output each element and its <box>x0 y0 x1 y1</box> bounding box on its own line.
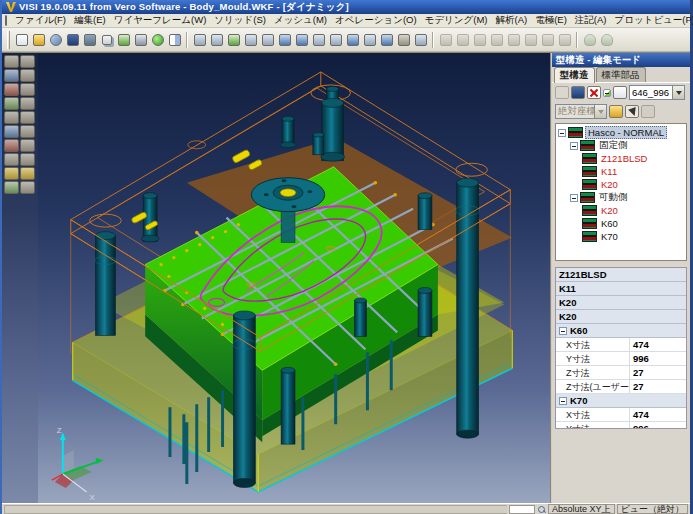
zoom-window-icon[interactable] <box>437 31 454 48</box>
property-value[interactable]: 996 <box>630 422 686 429</box>
menu-analysis[interactable]: 解析(A) <box>491 14 531 27</box>
menu-file[interactable]: ファイル(F) <box>11 14 70 27</box>
view-next-icon[interactable] <box>556 31 573 48</box>
paste-icon[interactable] <box>115 31 132 48</box>
collapse-icon[interactable] <box>570 142 578 150</box>
prop-group-header[interactable]: K20 <box>556 296 686 310</box>
menu-annotation[interactable]: 注記(A) <box>571 14 611 27</box>
property-value[interactable]: 27 <box>630 380 686 393</box>
tree-node-k60[interactable]: K60 <box>558 217 686 230</box>
filter-arc-icon[interactable] <box>225 31 242 48</box>
tab-standard-parts[interactable]: 標準部品 <box>596 67 646 82</box>
stretch-tool-icon[interactable] <box>4 69 19 82</box>
open-catalog-icon[interactable] <box>609 105 623 118</box>
pick-cursor-icon[interactable] <box>625 105 639 118</box>
trim-tool-icon[interactable] <box>20 69 35 82</box>
collapse-icon[interactable] <box>558 129 566 137</box>
filter-solid-icon[interactable] <box>293 31 310 48</box>
filter-all-icon[interactable] <box>412 31 429 48</box>
filter-surface-icon[interactable] <box>276 31 293 48</box>
open-folder-icon[interactable] <box>30 31 47 48</box>
delete-tool-icon[interactable] <box>20 55 35 68</box>
collapse-icon[interactable] <box>559 327 567 335</box>
menu-modeling[interactable]: モデリング(M) <box>421 14 492 27</box>
toolbar-drag-handle[interactable] <box>7 31 10 49</box>
viewport-3d[interactable]: Z X <box>38 53 550 503</box>
menu-wireframe[interactable]: ワイヤーフレーム(W) <box>110 14 211 27</box>
magnifier-icon[interactable] <box>537 505 546 514</box>
menu-solid[interactable]: ソリッド(S) <box>210 14 270 27</box>
tree-node-k20-movable[interactable]: K20 <box>558 204 686 217</box>
place-component-icon[interactable] <box>641 105 655 118</box>
number-edit-tool-icon[interactable] <box>4 139 19 152</box>
zoom-out-icon[interactable] <box>471 31 488 48</box>
export-structure-icon[interactable] <box>603 89 611 97</box>
mirror-tool-icon[interactable] <box>20 125 35 138</box>
print-icon[interactable] <box>132 31 149 48</box>
save-as-icon[interactable] <box>81 31 98 48</box>
tree-node-z121blsd[interactable]: Z121BLSD <box>558 152 686 165</box>
menu-operation[interactable]: オペレーション(O) <box>331 14 421 27</box>
corner-tool-icon[interactable] <box>20 139 35 152</box>
filter-edge-icon[interactable] <box>344 31 361 48</box>
extend-tool-icon[interactable] <box>20 83 35 96</box>
rotate-entity-tool-icon[interactable] <box>4 125 19 138</box>
workplane-mode-button[interactable]: Absolute XY上 <box>548 504 615 514</box>
property-value[interactable]: 27 <box>630 366 686 379</box>
filter-body-icon[interactable] <box>310 31 327 48</box>
prop-group-header-k70[interactable]: K70 <box>556 394 686 408</box>
small-tool-icon[interactable] <box>20 153 35 166</box>
filter-point-icon[interactable] <box>191 31 208 48</box>
catalog-combobox[interactable]: 646_996 <box>629 85 685 100</box>
menu-plotview[interactable]: プロットビュー(P) <box>610 14 693 27</box>
tree-node-k20-fixed[interactable]: K20 <box>558 178 686 191</box>
collapse-icon[interactable] <box>559 397 567 405</box>
pan-icon[interactable] <box>505 31 522 48</box>
filter-circle-icon[interactable] <box>242 31 259 48</box>
new-structure-icon[interactable] <box>613 86 627 99</box>
select-tool-icon[interactable] <box>4 55 19 68</box>
prop-group-header[interactable]: K20 <box>556 310 686 324</box>
view-mode-button[interactable]: ビュー（絶対） <box>617 504 688 514</box>
panel-title[interactable]: 型構造 - 編集モード <box>552 53 690 67</box>
property-value[interactable]: 474 <box>630 338 686 351</box>
tree-node-fixed-side[interactable]: 固定側 <box>558 139 686 152</box>
view-previous-icon[interactable] <box>539 31 556 48</box>
redo-icon[interactable] <box>598 31 615 48</box>
tab-mold-structure[interactable]: 型構造 <box>554 67 595 83</box>
transform-tool-icon[interactable] <box>4 97 19 110</box>
save-structure-icon[interactable] <box>571 86 585 99</box>
combo-dropdown-button[interactable] <box>672 86 684 99</box>
mold-structure-tree[interactable]: Hasco - NORMAL 固定側 Z121BLSD K11 K <box>555 123 687 261</box>
back-arrow-icon[interactable] <box>4 181 19 194</box>
filter-face-icon[interactable] <box>327 31 344 48</box>
erase-tool-icon[interactable] <box>4 153 19 166</box>
copy-entity-tool-icon[interactable] <box>20 97 35 110</box>
collapse-icon[interactable] <box>570 194 578 202</box>
edit-curve-tool-icon[interactable] <box>4 111 19 124</box>
import-icon[interactable] <box>47 31 64 48</box>
tree-node-root[interactable]: Hasco - NORMAL <box>558 126 686 139</box>
window-layout-icon[interactable] <box>166 31 183 48</box>
tree-node-k70[interactable]: K70 <box>558 230 686 243</box>
rotate-view-icon[interactable] <box>522 31 539 48</box>
delete-structure-icon[interactable] <box>587 86 601 99</box>
prop-group-header-k60[interactable]: K60 <box>556 324 686 338</box>
tree-node-movable-side[interactable]: 可動側 <box>558 191 686 204</box>
zoom-in-icon[interactable] <box>454 31 471 48</box>
status-input-box[interactable] <box>509 505 535 514</box>
undo-icon[interactable] <box>581 31 598 48</box>
title-bar[interactable]: VISI 19.0.09.11 from Vero Software - Bod… <box>2 0 690 14</box>
property-value[interactable]: 474 <box>630 408 686 421</box>
prop-group-header[interactable]: Z121BLSD <box>556 268 686 282</box>
menu-mesh[interactable]: メッシュ(M) <box>270 14 331 27</box>
copy-icon[interactable] <box>98 31 115 48</box>
apply-icon[interactable] <box>555 86 569 99</box>
prop-group-header[interactable]: K11 <box>556 282 686 296</box>
preview-globe-icon[interactable] <box>149 31 166 48</box>
new-sheet-tool-icon[interactable] <box>20 167 35 180</box>
filter-dim-icon[interactable] <box>378 31 395 48</box>
property-value[interactable]: 996 <box>630 352 686 365</box>
offset-tool-icon[interactable] <box>20 111 35 124</box>
zoom-fit-icon[interactable] <box>488 31 505 48</box>
